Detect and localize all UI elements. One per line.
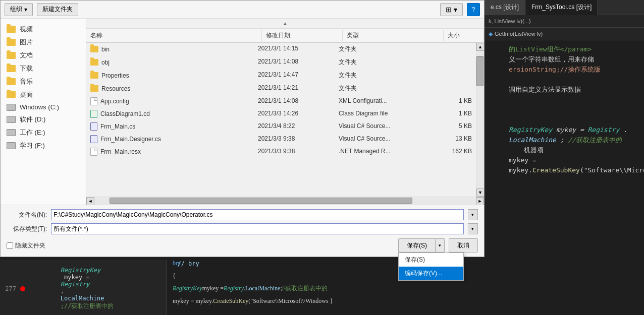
view-button[interactable]: ⊞ ▾ (440, 3, 463, 16)
scrollbar-vertical[interactable]: ▲ ▼ (476, 43, 484, 197)
file-dialog: 组织 ▾ 新建文件夹 ⊞ ▾ ? 视频 图片 文档 (0, 0, 485, 257)
drive-icon-f (7, 142, 16, 149)
sidebar-item-downloads[interactable]: 下载 (1, 62, 86, 75)
sidebar-label-c: Windows (C:) (20, 103, 59, 111)
file-name: ClassDiagram1.cd (100, 110, 150, 117)
file-name: Resources (101, 85, 130, 92)
table-row[interactable]: obj 2021/3/1 14:08 文件夹 (86, 56, 476, 69)
code-line-3: ersionString;//操作系统版 (509, 65, 640, 75)
save-dropdown-arrow[interactable]: ▾ (436, 238, 445, 253)
file-size (436, 70, 476, 81)
file-name: Properties (101, 72, 129, 79)
cd-icon (90, 110, 97, 118)
sidebar-label-docs: 文档 (20, 51, 33, 60)
file-name: bin (101, 46, 110, 53)
file-size: 1 KB (436, 109, 476, 119)
file-name: Frm_Main.cs (100, 123, 135, 130)
table-row[interactable]: bin 2021/3/1 14:15 文件夹 (86, 43, 476, 56)
mini-code-row-3: 277 RegistryKey mykey = Registry . Local… (0, 282, 485, 295)
sidebar-label-downloads: 下载 (20, 64, 33, 73)
file-name-cell: ClassDiagram1.cd (86, 109, 254, 119)
sidebar-item-drive-e[interactable]: 工作 (E:) (1, 126, 86, 139)
save-encode-menu-item[interactable]: 编码保存(V)... (399, 267, 463, 280)
sidebar-item-pictures[interactable]: 图片 (1, 36, 86, 49)
file-size: 162 KB (436, 147, 476, 157)
savetype-label: 保存类型(T): (7, 225, 47, 233)
file-modified: 2021/3/4 8:22 (254, 121, 335, 132)
col-type[interactable]: 类型 (343, 30, 444, 41)
scroll-arrow-up[interactable]: ▲ (476, 43, 485, 51)
table-row[interactable]: Properties 2021/3/1 14:47 文件夹 (86, 69, 476, 82)
sidebar-item-drive-d[interactable]: 软件 (D:) (1, 113, 86, 126)
file-name-cell: Frm_Main.cs (86, 121, 254, 132)
hscroll-arrow-right[interactable]: ► (476, 197, 484, 205)
sidebar-label-music: 音乐 (20, 77, 33, 86)
savetype-row: 保存类型(T): ▾ (7, 223, 478, 234)
col-name[interactable]: 名称 (86, 30, 262, 41)
file-name-cell: Frm_Main.resx (86, 147, 254, 157)
cancel-button[interactable]: 取消 (449, 238, 478, 253)
new-folder-button[interactable]: 新建文件夹 (37, 3, 78, 16)
file-modified: 2021/3/3 9:38 (254, 134, 335, 144)
file-type: 文件夹 (335, 57, 436, 68)
savetype-dropdown-btn[interactable]: ▾ (468, 223, 478, 234)
table-row[interactable]: Frm_Main.Designer.cs 2021/3/3 9:38 Visua… (86, 133, 476, 146)
col-size[interactable]: 大小 (444, 30, 484, 41)
table-row[interactable]: Resources 2021/3/1 14:21 文件夹 (86, 82, 476, 95)
method-text: GetInfo(ListView lv) (495, 31, 543, 37)
folder-icon (90, 85, 98, 92)
filename-label: 文件名(N): (7, 211, 47, 219)
sidebar-item-drive-c[interactable]: Windows (C:) (1, 101, 86, 113)
file-modified: 2021/3/1 14:21 (254, 83, 335, 94)
organize-label: 组织 (10, 5, 22, 14)
table-row[interactable]: Frm_Main.resx 2021/3/3 9:38 .NET Managed… (86, 146, 476, 158)
hscroll-track[interactable] (94, 197, 476, 205)
file-name: App.config (100, 98, 129, 105)
hide-folder-check[interactable] (7, 242, 13, 249)
col-modified[interactable]: 修改日期 (262, 30, 343, 41)
file-type: Class Diagram file (335, 109, 436, 119)
sidebar-item-drive-f[interactable]: 学习 (F:) (1, 139, 86, 152)
filename-input[interactable] (51, 209, 464, 220)
folder-icon (7, 65, 16, 72)
file-type: XML Configurati... (335, 96, 436, 106)
scroll-arrow-down[interactable]: ▼ (476, 188, 485, 197)
table-row[interactable]: Frm_Main.cs 2021/3/4 8:22 Visual C# Sour… (86, 120, 476, 133)
sidebar-item-video[interactable]: 视频 (1, 23, 86, 36)
folder-icon (90, 72, 98, 79)
scroll-track[interactable] (476, 51, 484, 188)
sidebar-label-d: 软件 (D:) (20, 115, 45, 124)
file-type: Visual C# Source... (335, 121, 436, 132)
save-button[interactable]: 保存(S) (398, 238, 436, 253)
hscroll-thumb[interactable] (110, 198, 412, 204)
scroll-thumb[interactable] (476, 56, 484, 86)
table-row[interactable]: App.config 2021/3/1 14:08 XML Configurat… (86, 95, 476, 108)
hscroll-arrow-left[interactable]: ◄ (86, 197, 94, 205)
file-modified: 2021/3/1 14:08 (254, 57, 335, 68)
save-menu-item[interactable]: 保存(S) (399, 253, 463, 267)
dialog-toolbar: 组织 ▾ 新建文件夹 ⊞ ▾ ? (1, 1, 484, 19)
sidebar-item-docs[interactable]: 文档 (1, 49, 86, 62)
code-line-2: 义一个字符串数组，用来存储 (509, 54, 640, 65)
sidebar-label-video: 视频 (20, 25, 33, 34)
table-row[interactable]: ClassDiagram1.cd 2021/3/3 14:26 Class Di… (86, 108, 476, 120)
file-name-cell: bin (86, 44, 254, 54)
scrollbar-horizontal[interactable]: ◄ ► (86, 197, 484, 205)
filename-dropdown-btn[interactable]: ▾ (468, 209, 478, 220)
hide-folder-label: 隐藏文件夹 (15, 241, 45, 250)
tab-designer-2[interactable]: Frm_SysTool.cs [设计] (525, 0, 598, 15)
method-bar: ◆ GetInfo(ListView lv) (485, 28, 644, 40)
sidebar-item-desktop[interactable]: 桌面 (1, 88, 86, 101)
scroll-up-arrow[interactable]: ▲ (86, 19, 484, 29)
help-button[interactable]: ? (467, 3, 480, 16)
savetype-input[interactable] (51, 223, 464, 234)
folder-icon (90, 59, 98, 66)
sidebar-item-music[interactable]: 音乐 (1, 75, 86, 88)
new-folder-label: 新建文件夹 (42, 5, 73, 14)
breadcrumb-text: k, ListView lv){...} (489, 18, 531, 24)
action-buttons: 保存(S) ▾ 保存(S) 编码保存(V)... 取消 (398, 238, 478, 253)
organize-button[interactable]: 组织 ▾ (5, 3, 33, 16)
breadcrumb: k, ListView lv){...} (485, 15, 644, 28)
drive-icon-c (7, 104, 16, 111)
tab-designer-1[interactable]: e.cs [设计] (485, 0, 525, 15)
